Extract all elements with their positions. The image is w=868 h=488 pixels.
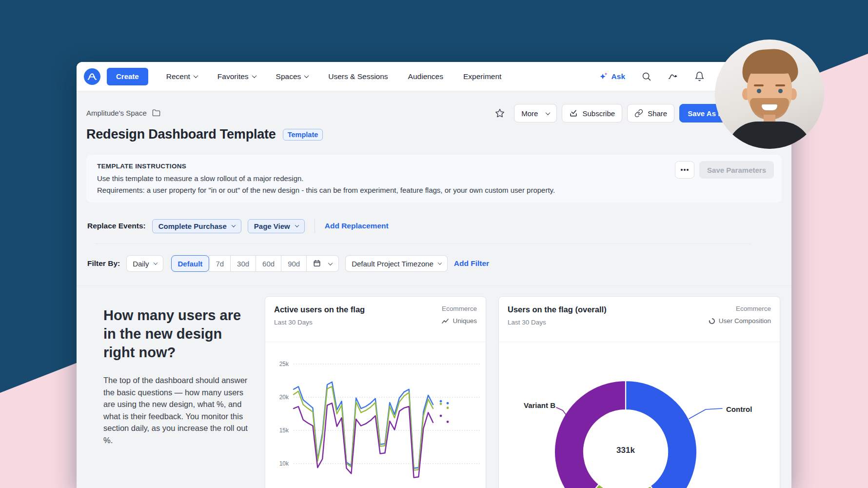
event-dropdown-page-view[interactable]: Page View [248,219,305,233]
folder-icon [152,108,161,118]
date-range-segmented-control: Default 7d 30d 60d 90d [171,255,339,272]
event-label: Page View [254,222,290,230]
date-range-picker-button[interactable] [306,255,339,272]
card-title[interactable]: Active users on the flag [274,305,365,314]
share-button[interactable]: Share [627,104,674,122]
slice-label-control[interactable]: Control [726,405,752,413]
nav-item-spaces[interactable]: Spaces [276,72,309,81]
avatar-hair-fringe [745,58,794,74]
subscribe-label: Subscribe [582,109,615,118]
interval-dropdown[interactable]: Daily [126,255,163,272]
card-project: Ecommerce [442,305,477,312]
top-navbar: Create Recent Favorites Spaces Users & S… [77,62,791,91]
share-label: Share [648,109,667,118]
instructions-actions: Save Parameters [675,161,774,179]
add-replacement-link[interactable]: Add Replacement [325,222,389,230]
svg-text:25k: 25k [279,361,289,367]
bell-icon[interactable] [694,71,705,81]
save-parameters-button[interactable]: Save Parameters [699,161,774,179]
chevron-down-icon [546,110,551,115]
template-instructions-panel: TEMPLATE INSTRUCTIONS Use this template … [86,155,782,203]
range-60d[interactable]: 60d [256,255,281,272]
nav-item-label: Favorites [217,72,249,81]
chevron-down-icon [437,261,441,264]
nav-item-label: Experiment [463,72,501,81]
range-7d[interactable]: 7d [209,255,231,272]
nav-item-recent[interactable]: Recent [166,72,197,81]
nav-item-audiences[interactable]: Audiences [408,72,443,81]
amplitude-logo-icon[interactable] [84,68,100,85]
nav-item-label: Audiences [408,72,443,81]
event-dropdown-complete-purchase[interactable]: Complete Purchase [152,219,241,233]
filter-row: Filter By: Daily Default 7d 30d 60d 90d … [87,255,489,272]
subscribe-button[interactable]: Subscribe [562,104,622,122]
search-icon[interactable] [641,71,651,81]
avatar-eyebrow [754,84,764,86]
chevron-down-icon [295,223,298,227]
app-window: Create Recent Favorites Spaces Users & S… [77,62,791,488]
interval-label: Daily [133,260,149,268]
divider [95,244,751,244]
user-composition-donut-chart[interactable] [499,342,780,488]
more-label: More [521,109,538,118]
intro-body: The top of the dashboard should answer t… [103,374,251,446]
timezone-label: Default Project Timezone [352,260,434,268]
nav-item-label: Recent [166,72,190,81]
card-metric: Uniques [442,317,477,325]
screenshot-root: { "nav": { "create_label": "Create", "it… [0,0,868,488]
metric-label: User Composition [719,317,771,325]
avatar-eyebrow [775,84,785,86]
active-users-line-chart[interactable]: 25k20k15k10k [265,342,486,488]
product-updates-icon[interactable] [668,71,678,82]
svg-text:10k: 10k [279,460,289,467]
avatar-eye [757,89,761,93]
range-90d[interactable]: 90d [281,255,307,272]
slice-label-variant-b[interactable]: Variant B [511,401,555,409]
event-label: Complete Purchase [158,222,227,230]
dashboard-intro: How many users are in the new design rig… [103,306,259,446]
user-avatar[interactable] [715,40,824,149]
replace-events-row: Replace Events: Complete Purchase Page V… [87,219,389,233]
chevron-down-icon [193,73,198,78]
card-project: Ecommerce [736,305,771,312]
intro-heading: How many users are in the new design rig… [103,306,245,362]
instructions-line1: Use this template to measure a slow roll… [97,174,304,183]
nav-item-users-sessions[interactable]: Users & Sessions [328,72,388,81]
page-title: Redesign Dashboard Template [86,127,276,142]
range-30d[interactable]: 30d [230,255,256,272]
card-header: Active users on the flag Last 30 Days Ec… [265,297,486,342]
filter-by-label: Filter By: [87,259,120,268]
add-filter-link[interactable]: Add Filter [454,259,489,268]
create-button[interactable]: Create [107,68,148,85]
replace-events-label: Replace Events: [87,222,146,230]
avatar-smile [762,104,777,110]
page-actions: More Subscribe Share Save As New [494,104,741,122]
card-users-overall[interactable]: Users on the flag (overall) Last 30 Days… [498,296,780,488]
card-active-users[interactable]: Active users on the flag Last 30 Days Ec… [265,296,486,488]
card-header: Users on the flag (overall) Last 30 Days… [499,297,780,342]
card-title[interactable]: Users on the flag (overall) [508,305,607,314]
breadcrumb[interactable]: Amplitude's Space [86,108,161,118]
card-date-range: Last 30 Days [508,319,546,326]
instructions-line2: Requirements: a user property for "in or… [97,186,555,194]
range-default[interactable]: Default [171,255,210,272]
card-metric: User Composition [709,317,771,325]
ask-button[interactable]: Ask [598,72,625,81]
avatar-eye [778,89,783,93]
title-row: Redesign Dashboard Template Template [86,127,323,142]
trend-line-icon [442,318,449,324]
donut-total-label: 331k [606,446,645,455]
overflow-menu-button[interactable] [675,161,694,179]
section-divider [77,285,791,286]
metric-label: Uniques [453,317,477,325]
instructions-heading: TEMPLATE INSTRUCTIONS [97,163,186,170]
chevron-down-icon [304,73,309,78]
nav-left-group: Create Recent Favorites Spaces Users & S… [84,68,501,85]
breadcrumb-space-name[interactable]: Amplitude's Space [86,109,147,117]
nav-item-favorites[interactable]: Favorites [217,72,256,81]
star-icon[interactable] [494,108,505,119]
timezone-dropdown[interactable]: Default Project Timezone [345,255,448,272]
more-button[interactable]: More [514,104,557,122]
nav-item-experiment[interactable]: Experiment [463,72,501,81]
donut-ring-icon [709,318,715,325]
